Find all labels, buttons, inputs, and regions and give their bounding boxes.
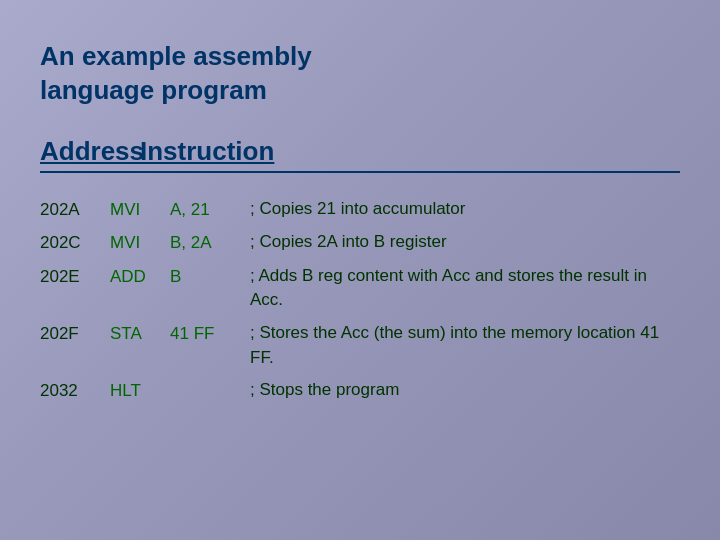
instruction-table: 202AMVIA, 21; Copies 21 into accumulator… bbox=[40, 193, 680, 408]
table-row: 202FSTA41 FF; Stores the Acc (the sum) i… bbox=[40, 317, 680, 374]
cell-address: 2032 bbox=[40, 378, 110, 404]
header-instruction: Instruction bbox=[140, 136, 274, 167]
cell-mnemonic: STA bbox=[110, 321, 170, 347]
table-row: 202EADDB; Adds B reg content with Acc an… bbox=[40, 260, 680, 317]
cell-mnemonic: HLT bbox=[110, 378, 170, 404]
cell-address: 202E bbox=[40, 264, 110, 290]
cell-address: 202C bbox=[40, 230, 110, 256]
slide: An example assembly language program Add… bbox=[0, 0, 720, 540]
table-header: Address Instruction bbox=[40, 136, 680, 173]
cell-mnemonic: ADD bbox=[110, 264, 170, 290]
table-row: 202AMVIA, 21; Copies 21 into accumulator bbox=[40, 193, 680, 227]
cell-comment: ; Copies 2A into B register bbox=[250, 230, 680, 255]
cell-comment: ; Stores the Acc (the sum) into the memo… bbox=[250, 321, 680, 370]
header-address: Address bbox=[40, 136, 140, 167]
cell-operand: B, 2A bbox=[170, 230, 250, 256]
table-row: 202CMVIB, 2A; Copies 2A into B register bbox=[40, 226, 680, 260]
cell-address: 202A bbox=[40, 197, 110, 223]
cell-operand: A, 21 bbox=[170, 197, 250, 223]
cell-operand: 41 FF bbox=[170, 321, 250, 347]
cell-comment: ; Adds B reg content with Acc and stores… bbox=[250, 264, 680, 313]
cell-comment: ; Stops the program bbox=[250, 378, 680, 403]
cell-address: 202F bbox=[40, 321, 110, 347]
cell-operand: B bbox=[170, 264, 250, 290]
cell-mnemonic: MVI bbox=[110, 197, 170, 223]
slide-title: An example assembly language program bbox=[40, 40, 680, 108]
table-row: 2032HLT; Stops the program bbox=[40, 374, 680, 408]
cell-mnemonic: MVI bbox=[110, 230, 170, 256]
cell-comment: ; Copies 21 into accumulator bbox=[250, 197, 680, 222]
